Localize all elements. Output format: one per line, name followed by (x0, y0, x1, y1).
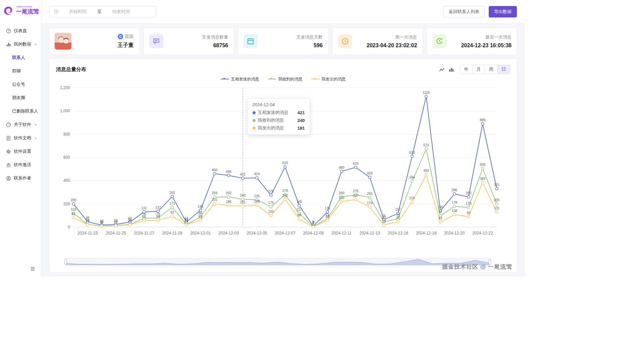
end-date-input[interactable] (104, 9, 139, 14)
period-week-button[interactable]: 周 (485, 65, 497, 74)
sidebar-group-about[interactable]: ? 关于软件 (0, 118, 41, 131)
chart-plot-area[interactable]: 02004006008001,0001,2002024-11-232024-11… (56, 83, 510, 237)
chart-legend: 互相发送的消息 我收到的消息 我发出的消息 (56, 75, 510, 83)
bar-chart-toggle[interactable] (448, 66, 455, 73)
datazoom-slider[interactable] (65, 258, 490, 266)
chart-header: 消息总量分布 年 月 周 日 (56, 64, 510, 75)
sidebar-collapse-button[interactable] (30, 266, 35, 271)
svg-text:515: 515 (353, 162, 359, 165)
svg-text:2024-12-05: 2024-12-05 (247, 231, 267, 235)
svg-text:200: 200 (71, 198, 76, 202)
sidebar-item-settings[interactable]: 软件设置 (0, 145, 41, 158)
svg-text:2024-12-07: 2024-12-07 (275, 231, 296, 235)
svg-text:131: 131 (325, 206, 330, 210)
sidebar-item-moments[interactable]: 朋友圈 (0, 91, 41, 105)
legend-label: 互相发送的消息 (231, 76, 259, 82)
calendar-icon (247, 38, 254, 45)
contact-name: 王子童 (118, 42, 134, 49)
logo-text: YIWEILIUYING 一尾流莺 (16, 6, 39, 15)
sidebar-item-deleted-contacts[interactable]: 已删除联系人 (0, 105, 41, 118)
svg-text:90: 90 (467, 211, 471, 215)
svg-text:170: 170 (466, 202, 472, 205)
back-to-contacts-button[interactable]: 返回联系人列表 (443, 6, 485, 17)
svg-text:8: 8 (101, 220, 103, 224)
svg-text:0: 0 (68, 225, 70, 229)
clock-icon (341, 38, 349, 45)
svg-text:237: 237 (353, 194, 359, 198)
svg-text:174: 174 (367, 201, 373, 205)
sidebar-item-official-accounts[interactable]: 公众号 (0, 78, 41, 91)
svg-text:2024-12-20: 2024-12-20 (444, 231, 465, 235)
sidebar-item-activation[interactable]: 软件激活 (0, 158, 41, 172)
stat-title: 第一次消息 (395, 34, 417, 40)
sidebar-item-group-chats[interactable]: 群聊 (0, 64, 41, 78)
svg-text:171: 171 (169, 202, 175, 205)
svg-text:260: 260 (466, 191, 472, 195)
svg-text:58: 58 (156, 215, 160, 218)
legend-marker (311, 79, 320, 79)
sidebar-group-docs[interactable]: 软件文档 (0, 131, 41, 145)
svg-text:22: 22 (86, 219, 90, 222)
sidebar-group-my-data[interactable]: 我的数据 (0, 38, 41, 51)
svg-text:55: 55 (142, 215, 146, 219)
svg-text:216: 216 (409, 196, 415, 200)
svg-text:1,200: 1,200 (60, 85, 70, 90)
sidebar-item-label: 仪表盘 (14, 28, 27, 34)
datazoom-left-handle[interactable] (64, 259, 67, 265)
svg-text:2024-12-03: 2024-12-03 (218, 231, 239, 235)
stat-title: 互发消息天数 (297, 34, 323, 40)
logo-bird-icon (3, 5, 14, 16)
stats-row: 面面 王子童 互发消息数量 68756 互发消息天数 (49, 28, 517, 54)
legend-marker (268, 79, 276, 79)
svg-text:119: 119 (71, 208, 76, 211)
sidebar-menu: 仪表盘 我的数据 联系人 群聊 公众号 朋友圈 已删除联系人 (0, 24, 41, 185)
svg-text:275: 275 (268, 190, 274, 193)
line-chart-toggle[interactable] (438, 66, 445, 73)
svg-text:181: 181 (240, 200, 246, 204)
logo-title: 一尾流莺 (16, 8, 39, 15)
stat-card-message-days: 互发消息天数 596 (238, 28, 328, 54)
svg-text:2024-12-16: 2024-12-16 (388, 231, 409, 235)
period-day-button[interactable]: 日 (497, 65, 510, 74)
question-circle-icon: ? (6, 122, 11, 127)
period-year-button[interactable]: 年 (460, 65, 473, 74)
content-area: 面面 王子童 互发消息数量 68756 互发消息天数 (41, 23, 525, 277)
stat-value: 68756 (213, 43, 228, 49)
document-icon (6, 136, 11, 141)
refresh-clock-icon (436, 38, 443, 45)
svg-text:58: 58 (326, 215, 330, 218)
date-range-picker[interactable]: 至 (49, 6, 156, 17)
svg-text:259: 259 (212, 191, 217, 195)
svg-text:18: 18 (382, 219, 386, 223)
export-data-button[interactable]: 导出数据 (489, 6, 517, 17)
svg-text:108: 108 (451, 209, 457, 213)
svg-text:429: 429 (367, 172, 373, 175)
start-date-input[interactable] (60, 9, 95, 14)
legend-item-mutual-messages[interactable]: 互相发送的消息 (221, 76, 259, 82)
message-icon (153, 38, 160, 45)
stat-value: 2024-12-23 16:05:38 (461, 43, 512, 49)
svg-text:2024-12-13: 2024-12-13 (360, 231, 380, 235)
stat-value: 2023-04-20 23:02:02 (367, 43, 417, 49)
app-logo[interactable]: YIWEILIUYING 一尾流莺 (0, 0, 41, 19)
svg-text:2024-12-09: 2024-12-09 (303, 231, 324, 235)
legend-item-sent-messages[interactable]: 我发出的消息 (311, 76, 346, 82)
datazoom-right-handle[interactable] (489, 259, 491, 265)
sidebar-item-label: 软件设置 (14, 148, 31, 154)
stat-card-last-message: 最后一次消息 2024-12-23 16:05:38 (427, 28, 517, 54)
bar-chart-icon (448, 67, 454, 72)
svg-text:20: 20 (128, 219, 132, 223)
svg-text:131: 131 (141, 206, 147, 210)
sidebar-item-contact-author[interactable]: 联系作者 (0, 172, 41, 185)
svg-text:480: 480 (339, 166, 344, 170)
svg-text:889: 889 (480, 118, 486, 122)
period-month-button[interactable]: 月 (473, 65, 485, 74)
legend-item-received-messages[interactable]: 我收到的消息 (268, 76, 303, 82)
svg-text:201: 201 (212, 198, 217, 202)
contact-card: 面面 王子童 (49, 28, 139, 54)
chevron-up-icon (34, 43, 38, 46)
sidebar-item-contacts[interactable]: 联系人 (0, 51, 41, 64)
svg-text:800: 800 (63, 132, 70, 137)
svg-text:137: 137 (155, 206, 161, 209)
sidebar-item-dashboard[interactable]: 仪表盘 (0, 24, 41, 38)
